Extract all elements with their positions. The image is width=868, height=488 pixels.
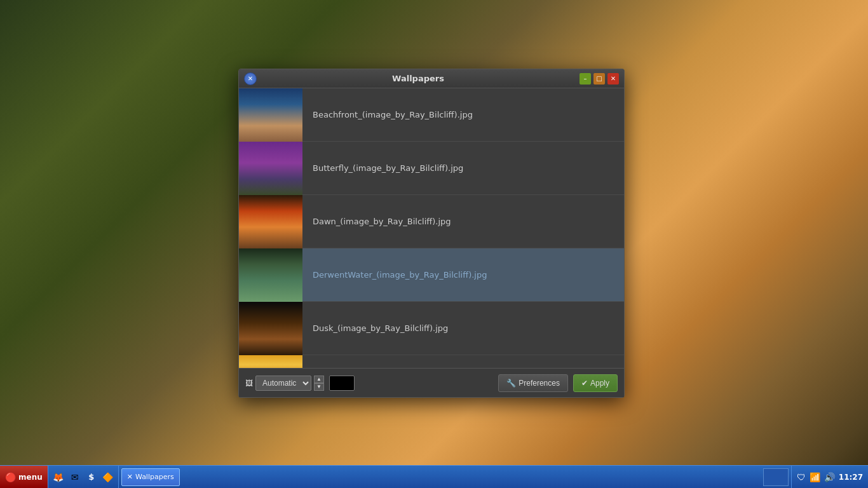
mode-stepper[interactable]: ▲ ▼ xyxy=(314,376,324,391)
wallpaper-thumbnail xyxy=(239,142,302,195)
mail-icon[interactable]: ✉ xyxy=(67,470,83,485)
clock: 11:27 xyxy=(839,473,863,482)
shield-icon[interactable]: 🛡 xyxy=(797,472,806,482)
desktop-preview[interactable] xyxy=(763,468,789,486)
stepper-down-button[interactable]: ▼ xyxy=(314,383,324,391)
list-item[interactable]: Butterfly_(image_by_Ray_Bilcliff).jpg xyxy=(239,142,624,195)
taskbar-window-label: Wallpapers xyxy=(135,473,174,481)
list-item[interactable] xyxy=(239,355,624,368)
dialog-title: Wallpapers xyxy=(392,74,444,83)
wallpaper-filename: Dawn_(image_by_Ray_Bilcliff).jpg xyxy=(302,217,451,226)
stepper-up-button[interactable]: ▲ xyxy=(314,376,324,383)
wallpaper-filename: Dusk_(image_by_Ray_Bilcliff).jpg xyxy=(302,323,448,333)
display-mode-select[interactable]: Automatic Centered Scaled Stretched Zoom… xyxy=(255,376,311,391)
wallpaper-list[interactable]: Beachfront_(image_by_Ray_Bilcliff).jpg B… xyxy=(239,88,624,368)
list-item[interactable]: DerwentWater_(image_by_Ray_Bilcliff).jpg xyxy=(239,248,624,302)
taskbar-windows: ✕ Wallpapers xyxy=(119,466,761,488)
preferences-label: Preferences xyxy=(519,379,560,388)
dialog-bottombar: 🖼 Automatic Centered Scaled Stretched Zo… xyxy=(239,368,624,397)
maximize-button[interactable]: □ xyxy=(593,73,605,85)
apply-label: Apply xyxy=(590,379,609,388)
mode-selector: 🖼 Automatic Centered Scaled Stretched Zo… xyxy=(245,376,324,391)
wallpapers-dialog: ✕ Wallpapers – □ ✕ Beachfront_(image_by_… xyxy=(238,69,625,398)
close-button[interactable]: ✕ xyxy=(607,73,619,85)
mode-icon: 🖼 xyxy=(245,379,253,388)
wallpaper-thumbnail xyxy=(239,88,302,142)
wifi-icon[interactable]: 📶 xyxy=(810,472,820,482)
wallpaper-thumbnail xyxy=(239,248,302,302)
wallpaper-filename: DerwentWater_(image_by_Ray_Bilcliff).jpg xyxy=(302,270,487,280)
vlc-icon[interactable]: 🔶 xyxy=(100,470,116,485)
window-controls: – □ ✕ xyxy=(580,73,619,85)
list-item[interactable]: Dawn_(image_by_Ray_Bilcliff).jpg xyxy=(239,195,624,248)
minimize-button[interactable]: – xyxy=(580,73,591,85)
list-item[interactable]: Beachfront_(image_by_Ray_Bilcliff).jpg xyxy=(239,88,624,142)
titlebar-left: ✕ xyxy=(244,72,257,85)
system-tray: 🛡 📶 🔊 11:27 xyxy=(791,466,868,488)
volume-icon[interactable]: 🔊 xyxy=(824,472,835,482)
preferences-icon: 🔧 xyxy=(506,379,516,388)
apply-icon: ✔ xyxy=(581,379,588,388)
dollar-icon[interactable]: $ xyxy=(84,470,99,485)
wallpaper-thumbnail xyxy=(239,195,302,248)
dialog-titlebar: ✕ Wallpapers – □ ✕ xyxy=(239,69,624,88)
wallpaper-thumbnail xyxy=(239,302,302,355)
list-item[interactable]: Dusk_(image_by_Ray_Bilcliff).jpg xyxy=(239,302,624,355)
taskbar-window-icon: ✕ xyxy=(127,473,133,481)
menu-label: menu xyxy=(18,473,43,482)
taskbar-quick-launch: 🦊 ✉ $ 🔶 xyxy=(48,466,119,488)
wallpaper-thumbnail xyxy=(239,355,302,369)
titlebar-x-button[interactable]: ✕ xyxy=(244,72,257,85)
taskbar-window-wallpapers[interactable]: ✕ Wallpapers xyxy=(121,468,180,486)
apply-button[interactable]: ✔ Apply xyxy=(573,374,618,392)
background-color-swatch[interactable] xyxy=(329,376,355,391)
taskbar: 🔴 menu 🦊 ✉ $ 🔶 ✕ Wallpapers 🛡 📶 🔊 11:27 xyxy=(0,465,868,488)
dialog-content: Beachfront_(image_by_Ray_Bilcliff).jpg B… xyxy=(239,88,624,397)
preferences-button[interactable]: 🔧 Preferences xyxy=(498,374,568,392)
taskbar-menu-button[interactable]: 🔴 menu xyxy=(0,466,48,488)
wallpaper-filename: Beachfront_(image_by_Ray_Bilcliff).jpg xyxy=(302,110,473,119)
firefox-icon[interactable]: 🦊 xyxy=(51,470,66,485)
wallpaper-filename: Butterfly_(image_by_Ray_Bilcliff).jpg xyxy=(302,163,463,173)
